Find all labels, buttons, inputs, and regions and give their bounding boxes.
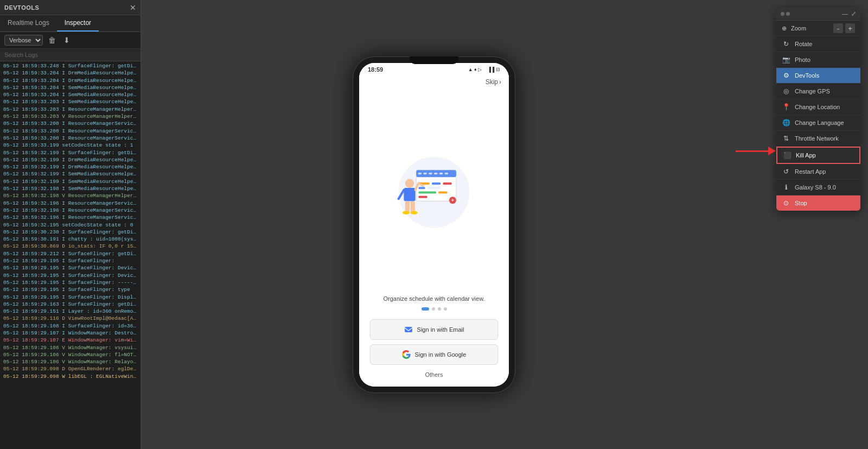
carousel-dot-3[interactable] (438, 307, 441, 311)
svg-rect-5 (429, 173, 432, 174)
svg-rect-8 (445, 173, 449, 174)
log-line: 05-12 18:59:30.869 D io_stats: IF 0,0 r … (2, 243, 138, 250)
phone-status-bar: 18:59 ▲ ♦ ▷ ▐▐ ⊟ (359, 63, 509, 74)
others-button[interactable]: Others (370, 369, 498, 380)
download-logs-button[interactable]: ⬇ (61, 35, 72, 46)
change-language-menu-item[interactable]: 🌐 Change Language (776, 115, 860, 131)
tab-inspector[interactable]: Inspector (57, 15, 99, 31)
log-line: 05-12 18:59:29.195 I SurfaceFlinger: (2, 257, 138, 264)
phone-container: 18:59 ▲ ♦ ▷ ▐▐ ⊟ Skip › (353, 56, 515, 393)
log-line: 05-12 18:59:29.151 I Layer : id=360 onRe… (2, 308, 138, 315)
log-line: 05-12 18:59:29.107 I WindowManager: Dest… (2, 330, 138, 337)
log-line: 05-12 18:59:32.199 I SemMediaResourceHel… (2, 178, 138, 185)
log-line: 05-12 18:59:29.098 W libEGL : EGLNativeW… (2, 373, 138, 380)
google-icon (402, 350, 411, 359)
change-language-label: Change Language (795, 119, 844, 126)
log-line: 05-12 18:59:32.195 setCodecState state :… (2, 222, 138, 229)
log-line: 05-12 18:59:32.199 I SemMediaResourceHel… (2, 170, 138, 178)
phone-time: 18:59 (368, 66, 383, 73)
rotate-menu-item[interactable]: ↻ Rotate (776, 36, 860, 52)
photo-label: Photo (795, 56, 810, 63)
onboarding-illustration: + (385, 147, 483, 233)
kill-app-arrow (736, 147, 776, 155)
log-line: 05-12 18:59:29.195 I SurfaceFlinger: Dis… (2, 294, 138, 301)
arrow-head (768, 147, 776, 155)
svg-rect-17 (427, 187, 441, 189)
zoom-row: ⊕ Zoom - + (776, 21, 860, 36)
sign-in-google-label: Sign in with Google (415, 351, 467, 358)
change-location-menu-item[interactable]: 📍 Change Location (776, 99, 860, 115)
log-line: 05-12 18:59:33.204 I SemMediaResourceHel… (2, 91, 138, 98)
log-line: 05-12 18:59:33.200 I ResourceManagerServ… (2, 128, 138, 135)
log-line: 05-12 18:59:32.199 I DrmMediaResourceHel… (2, 156, 138, 163)
svg-rect-14 (432, 182, 441, 185)
sign-in-email-button[interactable]: Sign in with Email (370, 319, 498, 340)
log-output: 05-12 18:59:33.248 I SurfaceFlinger: get… (0, 61, 141, 449)
log-line: 05-12 18:59:33.200 I ResourceManagerServ… (2, 135, 138, 142)
search-logs-input[interactable] (0, 49, 141, 61)
log-line: 05-12 18:59:29.116 D ViewRootImpl@0edaac… (2, 315, 138, 322)
throttle-network-menu-item[interactable]: ⇅ Throttle Network (776, 131, 860, 147)
throttle-network-label: Throttle Network (795, 135, 839, 142)
phone-status-icons: ▲ ♦ ▷ ▐▐ ⊟ (468, 67, 500, 72)
log-line: 05-12 18:59:29.195 I SurfaceFlinger: ---… (2, 279, 138, 286)
rotate-icon: ↻ (782, 40, 790, 48)
restart-app-menu-item[interactable]: ↺ Restart App (776, 164, 860, 180)
sign-in-area: Sign in with Email Sign in with Google (359, 315, 509, 387)
carousel-dot-2[interactable] (432, 307, 435, 311)
sign-in-email-label: Sign in with Email (417, 326, 464, 333)
clear-logs-button[interactable]: 🗑 (46, 35, 58, 46)
zoom-minus-button[interactable]: - (833, 23, 843, 33)
svg-point-30 (403, 211, 410, 214)
tab-realtime-logs[interactable]: Realtime Logs (0, 15, 57, 31)
devtools-toolbar: Verbose 🗑 ⬇ (0, 32, 141, 49)
log-line: 05-12 18:59:33.199 setCodecState state :… (2, 142, 138, 149)
svg-text:+: + (451, 198, 454, 203)
stop-menu-item[interactable]: ⊙ Stop (776, 195, 860, 211)
verbose-select[interactable]: Verbose (4, 35, 43, 46)
skip-button[interactable]: Skip › (486, 78, 501, 86)
signal-icon: ▲ ♦ ▷ (468, 67, 482, 72)
change-location-label: Change Location (795, 104, 840, 110)
devtools-panel-label: DevTools (795, 72, 819, 79)
collapse-icon[interactable]: — (842, 10, 848, 17)
sign-in-google-button[interactable]: Sign in with Google (370, 344, 498, 365)
photo-menu-item[interactable]: 📷 Photo (776, 52, 860, 68)
log-line: 05-12 18:59:29.212 I SurfaceFlinger: get… (2, 250, 138, 257)
devtools-menu-item[interactable]: ⚙ DevTools (776, 68, 860, 84)
svg-rect-4 (423, 173, 427, 174)
zoom-plus-button[interactable]: + (845, 23, 855, 33)
phone-camera-bump (410, 56, 458, 64)
header-dot-2 (786, 12, 790, 16)
panel-header-dots (781, 12, 790, 16)
kill-app-menu-item[interactable]: ⬛ Kill App (776, 147, 860, 164)
log-line: 05-12 18:59:33.203 I SemMediaResourceHel… (2, 98, 138, 105)
change-gps-label: Change GPS (795, 88, 830, 94)
log-line: 05-12 18:59:32.196 I ResourceManagerServ… (2, 200, 138, 207)
log-line: 05-12 18:59:29.106 V WindowManager: fl=N… (2, 351, 138, 358)
log-line: 05-12 18:59:30.230 I SurfaceFlinger: get… (2, 229, 138, 236)
device-label: Galaxy S8 - 9.0 (795, 184, 836, 191)
log-line: 05-12 18:59:33.204 I SemMediaResourceHel… (2, 84, 138, 91)
devtools-close-button[interactable]: ✕ (130, 4, 136, 11)
expand-icon[interactable]: ⤢ (851, 10, 856, 17)
change-gps-menu-item[interactable]: ◎ Change GPS (776, 84, 860, 99)
svg-rect-32 (405, 327, 412, 332)
log-line: 05-12 18:59:29.195 I SurfaceFlinger: Dev… (2, 264, 138, 271)
carousel-dot-1[interactable] (422, 307, 429, 311)
svg-rect-29 (411, 201, 415, 212)
log-line: 05-12 18:59:29.106 V WindowManager: vsys… (2, 344, 138, 351)
language-icon: 🌐 (782, 119, 790, 127)
log-line: 05-12 18:59:30.191 I chatty : uid=1000(s… (2, 236, 138, 243)
header-dot-1 (781, 12, 784, 16)
kill-app-label: Kill App (796, 152, 816, 159)
illustration-area: + (359, 88, 509, 292)
log-line: 05-12 18:59:33.204 I DrmMediaResourceHel… (2, 69, 138, 77)
log-line: 05-12 18:59:32.196 I ResourceManagerServ… (2, 207, 138, 214)
log-line: 05-12 18:59:32.199 I SurfaceFlinger: get… (2, 149, 138, 156)
carousel-dot-4[interactable] (444, 307, 447, 311)
log-line: 05-12 18:59:32.199 I DrmMediaResourceHel… (2, 163, 138, 170)
zoom-icon: ⊕ (782, 25, 787, 32)
svg-rect-7 (439, 173, 443, 174)
app-content: Skip › (359, 74, 509, 387)
